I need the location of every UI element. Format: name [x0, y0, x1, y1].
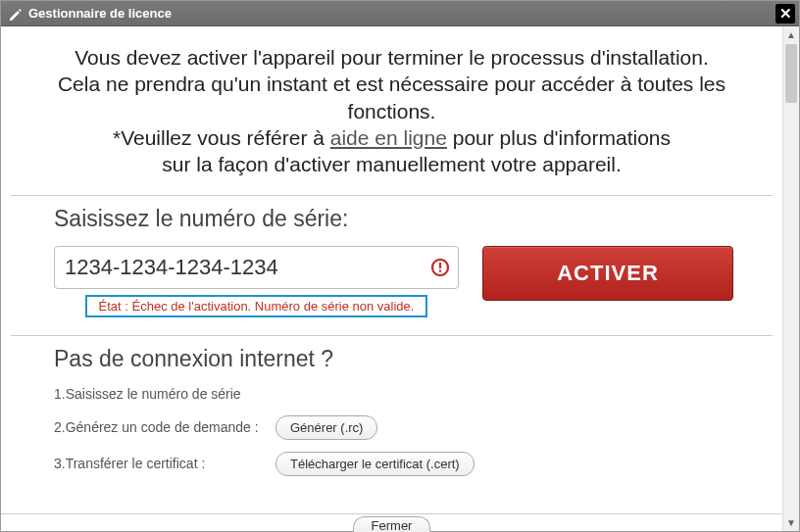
- divider: [11, 195, 773, 196]
- intro-line-3: *Veuillez vous référer à aide en ligne p…: [30, 124, 753, 151]
- offline-section-title: Pas de connexion internet ?: [54, 346, 733, 372]
- step-3-label: 3.Transférer le certificat :: [54, 456, 260, 473]
- svg-rect-1: [439, 263, 441, 268]
- intro-line-2: Cela ne prendra qu'un instant et est néc…: [30, 71, 753, 124]
- scroll-down-icon[interactable]: ▼: [783, 514, 799, 531]
- svg-rect-2: [439, 270, 441, 272]
- intro-line-1: Vous devez activer l'appareil pour termi…: [30, 44, 753, 71]
- footer: Fermer: [1, 513, 782, 531]
- content-area: Vous devez activer l'appareil pour termi…: [1, 26, 782, 531]
- intro-text: Vous devez activer l'appareil pour termi…: [11, 44, 773, 191]
- serial-input[interactable]: [54, 246, 459, 289]
- titlebar: Gestionnaire de licence ✕: [1, 1, 799, 26]
- scroll-thumb[interactable]: [785, 44, 797, 103]
- intro-line-4: sur la façon d'activer manuellement votr…: [30, 151, 753, 177]
- window-title: Gestionnaire de licence: [28, 6, 775, 21]
- divider: [11, 335, 773, 336]
- generate-rc-button[interactable]: Générer (.rc): [275, 415, 377, 440]
- license-manager-window: Gestionnaire de licence ✕ Vous devez act…: [0, 0, 800, 532]
- scroll-up-icon[interactable]: ▲: [783, 26, 799, 43]
- activate-button[interactable]: ACTIVER: [482, 246, 733, 301]
- activation-status: État : Échec de l'activation. Numéro de …: [85, 295, 428, 317]
- close-button[interactable]: Fermer: [353, 516, 431, 532]
- close-icon[interactable]: ✕: [775, 4, 795, 24]
- step-2-label: 2.Générez un code de demande :: [54, 419, 260, 437]
- vertical-scrollbar[interactable]: ▲ ▼: [782, 26, 799, 531]
- upload-cert-button[interactable]: Télécharger le certificat (.cert): [275, 452, 475, 476]
- error-icon: [431, 259, 449, 276]
- online-help-link[interactable]: aide en ligne: [330, 126, 447, 149]
- serial-section-title: Saisissez le numéro de série:: [54, 206, 733, 232]
- step-1-label: 1.Saisissez le numéro de série: [54, 386, 260, 404]
- app-icon: [7, 6, 23, 22]
